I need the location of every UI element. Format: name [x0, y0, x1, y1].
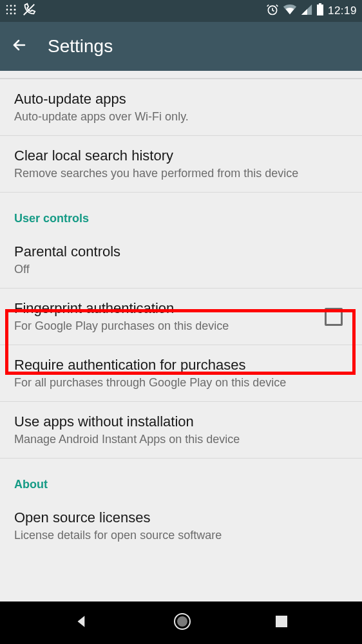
- svg-point-6: [14, 8, 15, 10]
- svg-rect-11: [319, 3, 321, 5]
- wifi-icon: [283, 3, 297, 19]
- svg-point-8: [14, 13, 16, 15]
- row-title: Auto-update apps: [14, 91, 348, 108]
- row-title: Parental controls: [14, 243, 348, 260]
- status-bar: 12:19: [0, 0, 362, 22]
- row-title: Open source licenses: [14, 509, 348, 526]
- row-subtitle: Auto-update apps over Wi-Fi only.: [14, 110, 348, 124]
- row-subtitle: Remove searches you have performed from …: [14, 167, 348, 180]
- svg-point-0: [6, 5, 8, 6]
- svg-point-2: [6, 13, 8, 14]
- row-open-source[interactable]: Open source licenses License details for…: [0, 498, 362, 554]
- alarm-icon: [266, 3, 279, 19]
- row-require-auth[interactable]: Require authentication for purchases For…: [0, 345, 362, 401]
- row-title: Use apps without installation: [14, 413, 348, 430]
- svg-point-1: [6, 9, 8, 11]
- row-subtitle: For all purchases through Google Play on…: [14, 376, 348, 390]
- row-auto-update[interactable]: Auto-update apps Auto-update apps over W…: [0, 79, 362, 135]
- page-title: Settings: [48, 36, 113, 57]
- battery-icon: [316, 3, 324, 19]
- row-subtitle: For Google Play purchases on this device: [14, 319, 322, 333]
- section-about: About: [0, 458, 362, 498]
- svg-point-3: [10, 5, 12, 7]
- row-clear-history[interactable]: Clear local search history Remove search…: [0, 135, 362, 192]
- svg-rect-16: [276, 616, 287, 627]
- row-title: Clear local search history: [14, 147, 348, 164]
- fingerprint-checkbox[interactable]: [325, 308, 343, 326]
- row-subtitle: License details for open source software: [14, 529, 348, 542]
- signal-icon: [301, 4, 312, 19]
- row-title: Require authentication for purchases: [14, 357, 348, 374]
- row-parental-controls[interactable]: Parental controls Off: [0, 232, 362, 288]
- back-icon[interactable]: [12, 37, 27, 55]
- status-time: 12:19: [328, 5, 357, 17]
- row-subtitle: Off: [14, 263, 348, 276]
- row-title: Fingerprint authentication: [14, 300, 322, 317]
- settings-list: Auto-update apps Auto-update apps over W…: [0, 79, 362, 554]
- row-fingerprint-auth[interactable]: Fingerprint authentication For Google Pl…: [0, 288, 362, 345]
- row-instant-apps[interactable]: Use apps without installation Manage And…: [0, 401, 362, 458]
- svg-point-5: [10, 13, 12, 15]
- row-subtitle: Manage Android Instant Apps on this devi…: [14, 433, 348, 446]
- nav-back-icon[interactable]: [73, 613, 90, 632]
- svg-rect-12: [317, 5, 323, 15]
- svg-point-15: [177, 616, 187, 627]
- section-user-controls: User controls: [0, 192, 362, 232]
- svg-point-4: [10, 8, 12, 10]
- nav-home-icon[interactable]: [173, 612, 192, 634]
- action-bar: Settings: [0, 22, 362, 71]
- svg-point-7: [14, 5, 16, 7]
- nav-recents-icon[interactable]: [274, 614, 289, 631]
- navigation-bar: [0, 601, 362, 644]
- fitbit-icon: [5, 4, 17, 18]
- phone-off-icon: [22, 3, 36, 19]
